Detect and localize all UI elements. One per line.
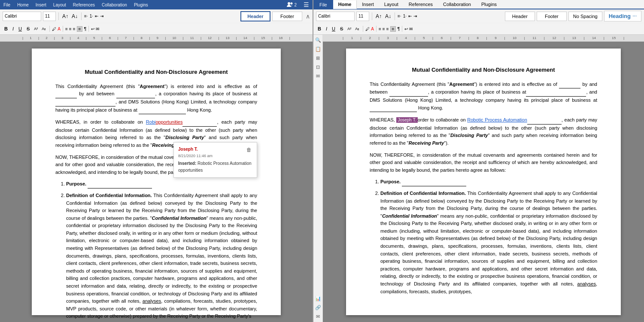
right-title-bar: File Home Insert Layout References Colla… (313, 0, 644, 9)
right-align-left-btn[interactable]: ≡ (379, 27, 381, 31)
doc-list: Purpose. Definition of Confidential Info… (66, 180, 257, 320)
right-footer-button[interactable]: Footer (537, 12, 567, 21)
left-menu-home[interactable]: Home (17, 3, 29, 7)
right-doc-list: Purpose. Definition of Confidential Info… (380, 178, 597, 295)
left-menu-plugins[interactable]: Plugins (134, 3, 148, 7)
user-count-icon: 2 (287, 2, 297, 8)
font-color-btn[interactable]: A (58, 27, 61, 31)
right-font-color-btn[interactable]: A (371, 27, 374, 31)
bullet-list-btn[interactable]: ≡· (84, 14, 88, 18)
sidebar-icon-7[interactable]: 🔗 (315, 305, 321, 310)
right-numbered-btn[interactable]: 1· (403, 14, 407, 18)
highlight-btn[interactable]: 🖊 (52, 27, 56, 31)
right-doc-page: Mutual Confidentiality and Non-Disclosur… (346, 49, 621, 315)
right-tab-collaboration[interactable]: Collaboration (438, 0, 476, 9)
right-list-item-1: Purpose. (380, 178, 597, 186)
right-grow-font-btn[interactable]: A↑ (375, 13, 383, 20)
right-tab-plugins[interactable]: Plugins (476, 0, 502, 9)
header-button[interactable]: Header (240, 11, 270, 21)
right-tab-layout[interactable]: Layout (379, 0, 404, 9)
left-title-bar: File Home Insert Layout References Colla… (0, 0, 313, 9)
right-italic-btn[interactable]: I (324, 26, 329, 32)
sidebar-icon-8[interactable]: ✉ (316, 314, 320, 319)
right-align-right-btn[interactable]: ≡ (386, 27, 389, 31)
font-input[interactable] (3, 12, 41, 21)
right-tab-insert[interactable]: Insert (357, 0, 379, 9)
paragraph-mark-btn[interactable]: ¶ (84, 26, 86, 31)
left-menu-file[interactable]: File (3, 3, 10, 7)
right-indent-btn[interactable]: ⇥ (413, 14, 417, 18)
right-header-button[interactable]: Header (505, 12, 535, 21)
right-highlight-btn[interactable]: 🖊 (365, 27, 370, 31)
right-subscript-btn[interactable]: A₂ (354, 26, 361, 31)
italic-btn[interactable]: I (11, 26, 15, 32)
outdent-btn[interactable]: ⇤ (95, 14, 98, 18)
right-bullet-btn[interactable]: ≡· (398, 14, 401, 18)
left-menu-collaboration[interactable]: Collaboration (102, 3, 127, 7)
list-item-2: Definition of Confidential Information. … (66, 192, 257, 320)
grow-font-btn[interactable]: A↑ (61, 13, 69, 20)
comment-body: Inserted: Robotic Process Automation opp… (178, 160, 252, 174)
right-outdent-btn[interactable]: ⇤ (408, 14, 412, 18)
superscript-btn[interactable]: A² (33, 26, 39, 31)
numbered-list-btn[interactable]: 1· (90, 14, 93, 18)
right-font-input[interactable] (316, 12, 355, 21)
align-right-btn[interactable]: ≡ (73, 27, 76, 31)
justify-btn[interactable]: ≡ (77, 26, 83, 32)
strikethrough-btn[interactable]: S (25, 26, 31, 32)
right-doc-area: Mutual Confidentiality and Non-Disclosur… (323, 42, 644, 322)
indent-btn[interactable]: ⇥ (100, 14, 103, 18)
right-tab-home[interactable]: Home (333, 0, 357, 9)
comment-delete-icon[interactable]: 🗑 (246, 146, 252, 154)
right-align-center-btn[interactable]: ≡ (383, 27, 385, 31)
shrink-font-btn[interactable]: A↓ (71, 13, 79, 20)
left-menu-references[interactable]: References (73, 3, 95, 7)
left-menu-layout[interactable]: Layout (53, 3, 66, 7)
sidebar-icon-2[interactable]: 📋 (315, 46, 321, 52)
right-list-item-2: Definition of Confidential Information. … (380, 190, 597, 295)
ribbon-close-btn[interactable]: ∧ (306, 13, 310, 20)
right-undo-btn[interactable]: ↩ (404, 27, 408, 31)
redo-btn[interactable]: ✉ (96, 27, 99, 31)
right-bold-btn[interactable]: B (316, 26, 323, 32)
highlight-joseph: Joseph T. (396, 117, 417, 123)
footer-button[interactable]: Footer (272, 12, 302, 21)
size-input[interactable] (43, 12, 56, 21)
align-center-btn[interactable]: ≡ (69, 27, 72, 31)
undo-btn[interactable]: ↩ (91, 27, 94, 31)
align-left-btn[interactable]: ≡ (65, 27, 68, 31)
sidebar-icon-4[interactable]: ⊡ (316, 64, 320, 70)
bold-btn[interactable]: B (3, 26, 9, 32)
sidebar-icon-1[interactable]: 🔍 (315, 37, 321, 43)
right-sidebar: 🔍 📋 ⊞ ⊡ ✉ 📊 🔗 ✉ (313, 35, 323, 322)
right-superscript-btn[interactable]: A² (346, 26, 352, 31)
right-justify-btn[interactable]: ≡ (390, 26, 396, 32)
right-tab-references[interactable]: References (404, 0, 438, 9)
right-underline-btn[interactable]: U (330, 26, 337, 32)
left-menu-insert[interactable]: Insert (36, 3, 46, 7)
right-ruler: |1|2|3|4|5|6|7|8|9|10|11|12|13|14|15| (323, 35, 644, 42)
right-no-spacing-btn[interactable]: No Spacing (568, 12, 602, 21)
sidebar-icon-6[interactable]: 📊 (315, 296, 321, 301)
left-panel: File Home Insert Layout References Colla… (0, 0, 313, 322)
right-panel: File Home Insert Layout References Colla… (313, 0, 644, 322)
right-heading-badge[interactable]: Heading ⋯ (604, 11, 641, 21)
comment-popup: Joseph T. 8/21/2020 11:46 am 🗑 Inserted:… (173, 142, 257, 178)
right-doc-title: Mutual Confidentiality and Non-Disclosur… (370, 66, 597, 75)
heading-arrow: ⋯ (632, 14, 637, 18)
sidebar-icon-5[interactable]: ✉ (316, 73, 320, 79)
svg-point-1 (291, 3, 293, 5)
menu-icon[interactable]: ☰ (304, 1, 309, 8)
heading-label: Heading (609, 13, 631, 19)
right-paragraph-btn[interactable]: ¶ (397, 26, 400, 31)
subscript-btn[interactable]: A₂ (40, 26, 47, 31)
right-mail-btn[interactable]: ✉ (409, 27, 413, 31)
right-file-btn[interactable]: File (313, 0, 333, 9)
right-strikethrough-btn[interactable]: S (338, 26, 345, 32)
list-item-1: Purpose. (66, 180, 257, 188)
underline-btn[interactable]: U (17, 26, 24, 32)
right-size-input[interactable] (356, 12, 369, 21)
right-shrink-font-btn[interactable]: A↓ (384, 13, 392, 20)
sidebar-icon-3[interactable]: ⊞ (316, 55, 320, 61)
left-doc-page: Mutual Confidentiality and Non-Disclosur… (32, 49, 281, 315)
